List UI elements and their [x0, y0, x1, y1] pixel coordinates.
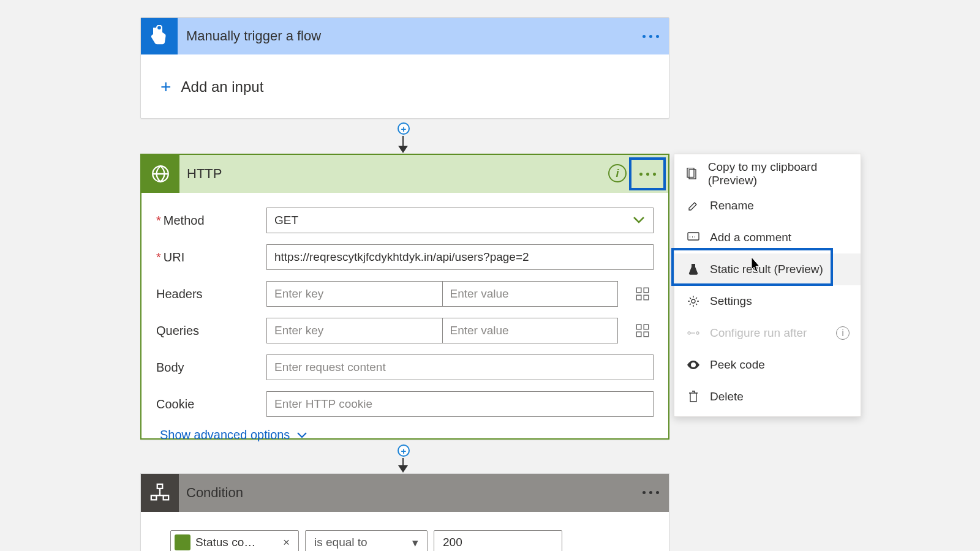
svg-rect-8 — [636, 332, 641, 337]
add-input-button[interactable]: + Add an input — [141, 54, 669, 119]
svg-rect-2 — [636, 288, 641, 293]
svg-rect-3 — [644, 288, 649, 293]
http-header[interactable]: HTTP i — [141, 155, 668, 193]
trigger-card: Manually trigger a flow + Add an input — [140, 17, 669, 119]
cookie-input[interactable]: Enter HTTP cookie — [266, 391, 654, 417]
svg-rect-10 — [157, 484, 163, 489]
http-more-button[interactable] — [629, 157, 666, 190]
add-step-button-1[interactable]: + — [398, 122, 410, 135]
svg-point-17 — [688, 332, 690, 334]
arrow-down-icon — [398, 146, 408, 153]
remove-operand-icon[interactable]: × — [277, 536, 290, 549]
svg-rect-15 — [688, 233, 699, 240]
queries-label: Queries — [156, 324, 266, 338]
trigger-title: Manually trigger a flow — [186, 28, 321, 44]
add-input-label: Add an input — [181, 78, 264, 96]
svg-point-16 — [692, 299, 695, 303]
status-code-badge-icon — [175, 534, 190, 550]
condition-more-button[interactable] — [632, 474, 669, 511]
body-label: Body — [156, 361, 266, 375]
http-title: HTTP — [187, 166, 222, 182]
menu-add-comment[interactable]: Add a comment — [674, 222, 861, 253]
arrow-down-icon-2 — [398, 465, 408, 473]
svg-rect-7 — [644, 324, 649, 329]
cookie-label: Cookie — [156, 397, 266, 411]
svg-rect-9 — [644, 332, 649, 337]
condition-icon — [141, 474, 179, 512]
clipboard-icon — [685, 168, 699, 180]
svg-rect-4 — [636, 295, 641, 300]
info-icon[interactable]: i — [836, 326, 850, 340]
eye-icon — [685, 361, 701, 369]
run-after-icon — [685, 329, 701, 337]
body-input[interactable]: Enter request content — [266, 354, 654, 380]
headers-bulk-edit-icon[interactable] — [631, 283, 654, 305]
condition-title: Condition — [186, 485, 243, 501]
menu-delete[interactable]: Delete — [674, 381, 861, 413]
svg-rect-12 — [164, 495, 169, 500]
menu-configure-run-after: Configure run after i — [674, 317, 861, 349]
svg-point-0 — [157, 26, 161, 29]
menu-peek-code[interactable]: Peek code — [674, 349, 861, 381]
menu-settings[interactable]: Settings — [674, 285, 861, 317]
plus-icon: + — [160, 78, 172, 96]
headers-label: Headers — [156, 287, 266, 301]
trigger-header[interactable]: Manually trigger a flow — [141, 18, 669, 54]
method-dropdown[interactable]: GET — [266, 208, 654, 233]
queries-key-input[interactable]: Enter key — [266, 318, 443, 343]
menu-copy-clipboard[interactable]: Copy to my clipboard (Preview) — [674, 158, 861, 190]
pencil-icon — [685, 200, 701, 211]
trigger-more-button[interactable] — [632, 18, 669, 54]
uri-label: *URI — [156, 250, 266, 264]
cursor-icon — [749, 257, 761, 273]
condition-header[interactable]: Condition — [141, 474, 669, 512]
uri-input[interactable]: https://reqrescytkjfcdykhtdyk.in/api/use… — [266, 244, 654, 270]
trash-icon — [685, 391, 701, 403]
svg-point-18 — [696, 332, 699, 334]
svg-rect-11 — [151, 495, 157, 500]
condition-card: Condition Status co… × is equal to ▾ 200 — [140, 473, 669, 551]
info-icon[interactable]: i — [608, 164, 627, 182]
condition-left-operand[interactable]: Status co… × — [170, 530, 299, 551]
condition-right-operand[interactable]: 200 — [434, 530, 562, 551]
comment-icon — [685, 232, 701, 243]
show-advanced-link[interactable]: Show advanced options — [160, 428, 654, 442]
globe-icon — [141, 155, 179, 193]
http-card: HTTP i *Method GET *URI https://reqrescy… — [140, 154, 669, 440]
queries-value-input[interactable]: Enter value — [443, 318, 619, 343]
svg-rect-6 — [636, 324, 641, 329]
action-context-menu: Copy to my clipboard (Preview) Rename Ad… — [674, 154, 861, 417]
flask-icon — [685, 263, 701, 276]
touch-icon — [141, 18, 178, 54]
queries-bulk-edit-icon[interactable] — [631, 320, 654, 342]
gear-icon — [685, 295, 701, 307]
headers-key-input[interactable]: Enter key — [266, 281, 443, 307]
condition-operator[interactable]: is equal to ▾ — [305, 530, 428, 551]
svg-rect-5 — [644, 295, 649, 300]
headers-value-input[interactable]: Enter value — [443, 281, 619, 307]
menu-rename[interactable]: Rename — [674, 190, 861, 222]
add-step-button-2[interactable]: + — [398, 444, 410, 457]
chevron-down-icon — [633, 217, 644, 224]
method-label: *Method — [156, 214, 266, 228]
menu-static-result[interactable]: Static result (Preview) — [674, 253, 861, 285]
chevron-down-icon — [297, 432, 307, 438]
